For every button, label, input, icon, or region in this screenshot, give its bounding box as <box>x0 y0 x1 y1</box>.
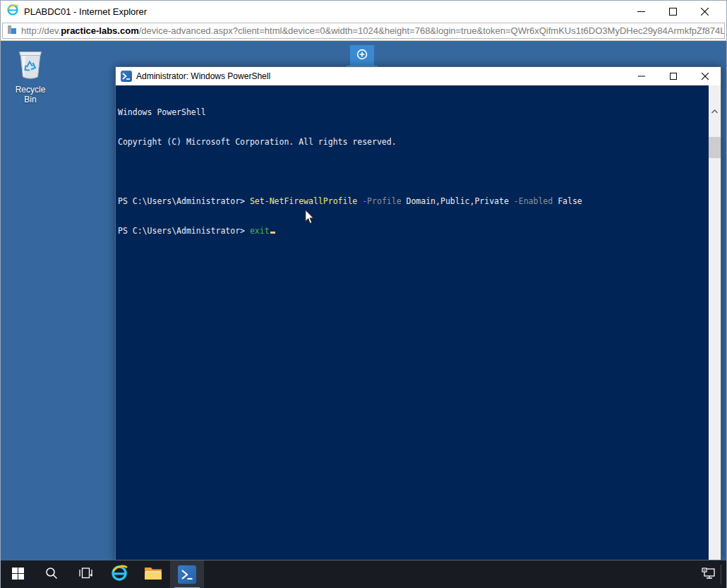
browser-maximize-button[interactable] <box>657 1 689 21</box>
keyword-token: exit <box>250 226 270 236</box>
browser-close-button[interactable] <box>689 1 721 21</box>
powershell-console[interactable]: Windows PowerShell Copyright (C) Microso… <box>116 85 721 560</box>
recycle-bin-icon <box>16 71 45 83</box>
start-button[interactable] <box>1 560 35 588</box>
browser-window: PLABDC01 - Internet Explorer http://dev.… <box>0 0 727 588</box>
recycle-bin-label: Recycle Bin <box>9 85 52 104</box>
network-tray-button[interactable] <box>697 560 721 588</box>
task-view-icon <box>79 568 92 582</box>
powershell-window-title: Administrator: Windows PowerShell <box>136 71 625 81</box>
powershell-titlebar[interactable]: Administrator: Windows PowerShell <box>116 67 721 85</box>
add-overlay-button[interactable] <box>350 45 374 66</box>
console-copyright-line: Copyright (C) Microsoft Corporation. All… <box>118 137 707 147</box>
console-banner-line: Windows PowerShell <box>118 107 707 117</box>
taskbar-file-explorer-button[interactable] <box>136 560 170 588</box>
network-icon <box>702 568 716 582</box>
powershell-close-button[interactable] <box>689 67 721 85</box>
recycle-bin-shortcut[interactable]: Recycle Bin <box>9 47 52 104</box>
browser-titlebar: PLABDC01 - Internet Explorer <box>1 1 726 22</box>
internet-explorer-icon <box>110 564 128 585</box>
url-input[interactable]: http://dev.practice-labs.com/device-adva… <box>2 23 725 39</box>
remote-desktop: Recycle Bin Administrator: Windows Power… <box>1 41 726 588</box>
windows-logo-icon <box>12 568 24 582</box>
powershell-maximize-button[interactable] <box>657 67 689 85</box>
console-prompt-line: PS C:\Users\Administrator> exit <box>118 226 707 236</box>
task-view-button[interactable] <box>68 560 102 588</box>
console-command-line: PS C:\Users\Administrator> Set-NetFirewa… <box>118 196 707 206</box>
cmdlet-token: Set-NetFirewallProfile <box>250 196 362 206</box>
browser-window-title: PLABDC01 - Internet Explorer <box>24 6 625 17</box>
search-icon <box>45 567 58 582</box>
url-text: http://dev.practice-labs.com/device-adva… <box>21 25 725 36</box>
console-scrollbar[interactable] <box>709 85 721 560</box>
console-text-cursor <box>270 232 275 234</box>
browser-minimize-button[interactable] <box>625 1 657 21</box>
powershell-window: Administrator: Windows PowerShell Window… <box>115 66 721 560</box>
powershell-icon <box>121 71 132 82</box>
powershell-icon <box>178 565 196 584</box>
taskbar-internet-explorer-button[interactable] <box>102 560 136 588</box>
powershell-minimize-button[interactable] <box>625 67 657 85</box>
file-explorer-icon <box>144 565 162 584</box>
taskbar-search-button[interactable] <box>35 560 68 588</box>
internet-explorer-icon <box>6 4 19 19</box>
scrollbar-up-arrow-icon[interactable] <box>709 105 721 117</box>
plus-circle-icon <box>356 49 368 63</box>
browser-addressbar: http://dev.practice-labs.com/device-adva… <box>1 22 726 41</box>
parameter-token: -Enabled <box>514 196 558 206</box>
scrollbar-thumb[interactable] <box>709 137 721 158</box>
show-desktop-button[interactable] <box>721 560 726 588</box>
taskbar-powershell-button[interactable] <box>170 560 204 588</box>
url-domain: practice-labs.com <box>61 25 139 36</box>
practice-labs-favicon <box>7 25 17 37</box>
mouse-cursor <box>304 209 315 227</box>
taskbar <box>1 560 726 588</box>
taskbar-spacer <box>204 560 697 588</box>
console-blank-line <box>118 167 707 176</box>
parameter-token: -Profile <box>362 196 406 206</box>
